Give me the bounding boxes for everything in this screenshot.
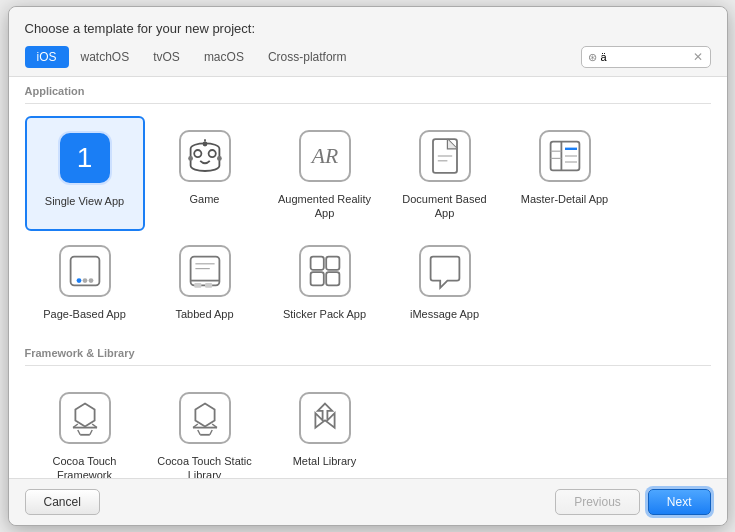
dialog-title: Choose a template for your new project: — [25, 21, 711, 36]
svg-line-42 — [197, 430, 199, 435]
single-view-icon: 1 — [55, 128, 115, 188]
tab-bar: iOS watchOS tvOS macOS Cross-platform ⊛ … — [25, 46, 711, 68]
master-detail-icon — [535, 126, 595, 186]
search-input[interactable] — [601, 51, 691, 63]
tabbed-label: Tabbed App — [175, 307, 233, 321]
svg-line-36 — [89, 430, 91, 435]
document-icon — [415, 126, 475, 186]
svg-rect-27 — [310, 256, 323, 269]
tabbed-icon — [175, 241, 235, 301]
template-imessage[interactable]: iMessage App — [385, 231, 505, 331]
tab-crossplatform[interactable]: Cross-platform — [256, 46, 359, 68]
tab-ios[interactable]: iOS — [25, 46, 69, 68]
sticker-pack-label: Sticker Pack App — [283, 307, 366, 321]
template-document[interactable]: Document Based App — [385, 116, 505, 231]
svg-point-2 — [202, 142, 207, 147]
tab-tvos[interactable]: tvOS — [141, 46, 192, 68]
ar-label: Augmented Reality App — [273, 192, 377, 221]
cancel-button[interactable]: Cancel — [25, 489, 100, 515]
svg-line-43 — [209, 430, 211, 435]
dialog-header: Choose a template for your new project: … — [9, 7, 727, 76]
cocoa-touch-lib-icon — [175, 388, 235, 448]
single-view-label: Single View App — [45, 194, 124, 208]
template-metal-library[interactable]: Metal Library — [265, 378, 385, 479]
svg-marker-38 — [195, 403, 214, 426]
application-grid: 1 Single View App — [25, 108, 711, 339]
page-based-icon — [55, 241, 115, 301]
template-cocoa-touch-fw[interactable]: Cocoa Touch Framework — [25, 378, 145, 479]
template-page-based[interactable]: Page-Based App — [25, 231, 145, 331]
imessage-label: iMessage App — [410, 307, 479, 321]
page-based-label: Page-Based App — [43, 307, 126, 321]
ar-icon: AR — [295, 126, 355, 186]
metal-library-icon — [295, 388, 355, 448]
svg-point-20 — [88, 278, 93, 283]
tab-watchos[interactable]: watchOS — [69, 46, 142, 68]
template-master-detail[interactable]: Master-Detail App — [505, 116, 625, 231]
template-cocoa-touch-lib[interactable]: Cocoa Touch Static Library — [145, 378, 265, 479]
svg-point-4 — [188, 156, 193, 161]
cocoa-touch-fw-icon — [55, 388, 115, 448]
svg-rect-23 — [194, 283, 201, 288]
previous-button[interactable]: Previous — [555, 489, 640, 515]
next-button[interactable]: Next — [648, 489, 711, 515]
svg-rect-29 — [310, 272, 323, 285]
framework-grid: Cocoa Touch Framework — [25, 370, 711, 479]
svg-rect-24 — [205, 283, 212, 288]
sticker-pack-icon — [295, 241, 355, 301]
svg-text:AR: AR — [309, 144, 337, 168]
imessage-icon — [415, 241, 475, 301]
dialog-body: Application 1 Single View App — [9, 76, 727, 479]
svg-line-35 — [77, 430, 79, 435]
section-application-label: Application — [25, 77, 711, 104]
svg-rect-28 — [326, 256, 339, 269]
template-ar[interactable]: AR Augmented Reality App — [265, 116, 385, 231]
search-icon: ⊛ — [588, 51, 597, 64]
svg-point-1 — [208, 150, 215, 157]
document-label: Document Based App — [393, 192, 497, 221]
game-label: Game — [190, 192, 220, 206]
svg-marker-31 — [75, 403, 94, 426]
clear-search-icon[interactable]: ✕ — [693, 50, 703, 64]
svg-point-18 — [76, 278, 81, 283]
template-single-view[interactable]: 1 Single View App — [25, 116, 145, 231]
section-framework-label: Framework & Library — [25, 339, 711, 366]
svg-point-5 — [217, 156, 222, 161]
new-project-dialog: Choose a template for your new project: … — [8, 6, 728, 526]
tab-macos[interactable]: macOS — [192, 46, 256, 68]
svg-point-19 — [82, 278, 87, 283]
cocoa-touch-fw-label: Cocoa Touch Framework — [33, 454, 137, 479]
search-box: ⊛ ✕ — [581, 46, 711, 68]
template-sticker-pack[interactable]: Sticker Pack App — [265, 231, 385, 331]
game-icon — [175, 126, 235, 186]
template-tabbed[interactable]: Tabbed App — [145, 231, 265, 331]
template-game[interactable]: Game — [145, 116, 265, 231]
metal-library-label: Metal Library — [293, 454, 357, 468]
svg-point-0 — [194, 150, 201, 157]
cocoa-touch-lib-label: Cocoa Touch Static Library — [153, 454, 257, 479]
master-detail-label: Master-Detail App — [521, 192, 608, 206]
svg-rect-30 — [326, 272, 339, 285]
dialog-footer: Cancel Previous Next — [9, 479, 727, 525]
